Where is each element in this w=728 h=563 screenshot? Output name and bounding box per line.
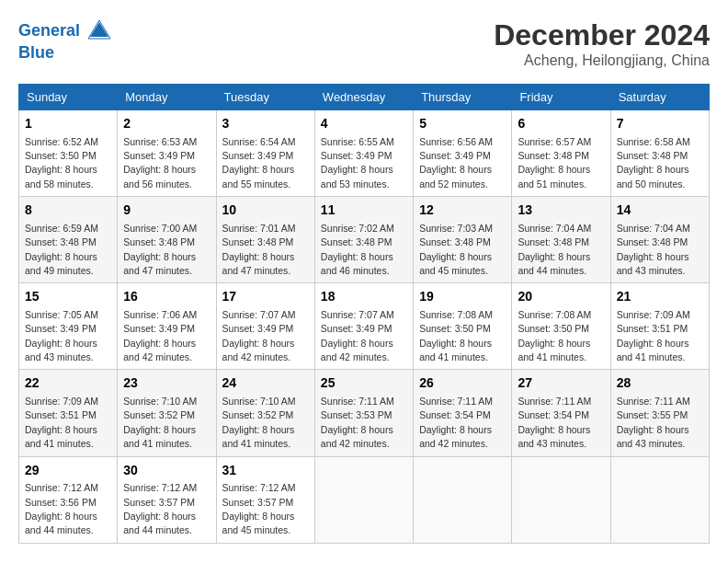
calendar-cell: 9 Sunrise: 7:00 AMSunset: 3:48 PMDayligh…	[118, 197, 216, 283]
logo-text: General Blue	[18, 18, 112, 63]
day-info: Sunrise: 7:10 AMSunset: 3:52 PMDaylight:…	[123, 396, 197, 449]
day-number: 30	[123, 462, 210, 480]
calendar-cell: 14 Sunrise: 7:04 AMSunset: 3:48 PMDaylig…	[610, 197, 709, 283]
day-number: 23	[123, 374, 210, 393]
day-number: 19	[419, 288, 506, 306]
day-info: Sunrise: 7:09 AMSunset: 3:51 PMDaylight:…	[617, 309, 690, 362]
day-info: Sunrise: 6:53 AMSunset: 3:49 PMDaylight:…	[123, 136, 197, 190]
day-number: 21	[617, 288, 703, 306]
calendar-week-row: 8 Sunrise: 6:59 AMSunset: 3:48 PMDayligh…	[19, 197, 710, 283]
calendar-week-row: 1 Sunrise: 6:52 AMSunset: 3:50 PMDayligh…	[19, 110, 710, 197]
day-info: Sunrise: 7:11 AMSunset: 3:54 PMDaylight:…	[518, 396, 591, 449]
day-info: Sunrise: 7:11 AMSunset: 3:54 PMDaylight:…	[419, 396, 493, 449]
day-info: Sunrise: 7:11 AMSunset: 3:55 PMDaylight:…	[617, 396, 690, 449]
day-info: Sunrise: 7:09 AMSunset: 3:51 PMDaylight:…	[25, 396, 98, 449]
calendar-cell	[512, 456, 610, 543]
calendar-cell: 17 Sunrise: 7:07 AMSunset: 3:49 PMDaylig…	[216, 283, 314, 370]
day-info: Sunrise: 6:55 AMSunset: 3:49 PMDaylight:…	[321, 136, 394, 190]
day-number: 13	[518, 201, 604, 220]
day-info: Sunrise: 7:04 AMSunset: 3:48 PMDaylight:…	[617, 223, 690, 276]
page-header: General Blue December 2024 Acheng, Heilo…	[18, 18, 710, 69]
day-number: 3	[222, 115, 309, 133]
calendar-cell: 23 Sunrise: 7:10 AMSunset: 3:52 PMDaylig…	[118, 370, 216, 456]
calendar-cell: 15 Sunrise: 7:05 AMSunset: 3:49 PMDaylig…	[19, 283, 118, 370]
day-info: Sunrise: 7:02 AMSunset: 3:48 PMDaylight:…	[321, 223, 394, 276]
day-number: 29	[25, 462, 111, 480]
calendar-cell: 18 Sunrise: 7:07 AMSunset: 3:49 PMDaylig…	[314, 283, 413, 370]
col-monday: Monday	[118, 85, 216, 110]
day-number: 6	[518, 115, 604, 133]
col-tuesday: Tuesday	[216, 85, 314, 110]
day-number: 26	[419, 374, 506, 393]
day-info: Sunrise: 6:54 AMSunset: 3:49 PMDaylight:…	[222, 136, 296, 190]
day-number: 14	[617, 201, 703, 220]
calendar-cell: 29 Sunrise: 7:12 AMSunset: 3:56 PMDaylig…	[19, 456, 118, 543]
subtitle: Acheng, Heilongjiang, China	[494, 52, 710, 69]
day-info: Sunrise: 6:56 AMSunset: 3:49 PMDaylight:…	[419, 136, 493, 190]
day-number: 12	[419, 201, 506, 220]
calendar-table: Sunday Monday Tuesday Wednesday Thursday…	[18, 84, 710, 544]
logo-icon	[86, 18, 112, 44]
calendar-cell: 11 Sunrise: 7:02 AMSunset: 3:48 PMDaylig…	[314, 197, 413, 283]
day-number: 11	[321, 201, 407, 220]
calendar-week-row: 29 Sunrise: 7:12 AMSunset: 3:56 PMDaylig…	[19, 456, 710, 543]
day-number: 4	[321, 115, 407, 133]
day-info: Sunrise: 7:00 AMSunset: 3:48 PMDaylight:…	[123, 223, 197, 276]
day-number: 16	[123, 288, 210, 306]
day-number: 27	[518, 374, 604, 393]
day-info: Sunrise: 7:12 AMSunset: 3:57 PMDaylight:…	[123, 482, 197, 535]
day-info: Sunrise: 7:12 AMSunset: 3:57 PMDaylight:…	[222, 482, 296, 535]
calendar-cell	[314, 456, 413, 543]
day-info: Sunrise: 7:07 AMSunset: 3:49 PMDaylight:…	[321, 309, 394, 362]
calendar-cell: 2 Sunrise: 6:53 AMSunset: 3:49 PMDayligh…	[118, 110, 216, 197]
calendar-cell: 12 Sunrise: 7:03 AMSunset: 3:48 PMDaylig…	[414, 197, 512, 283]
day-number: 17	[222, 288, 309, 306]
day-info: Sunrise: 7:01 AMSunset: 3:48 PMDaylight:…	[222, 223, 296, 276]
day-number: 18	[321, 288, 407, 306]
calendar-cell: 3 Sunrise: 6:54 AMSunset: 3:49 PMDayligh…	[216, 110, 314, 197]
calendar-cell: 10 Sunrise: 7:01 AMSunset: 3:48 PMDaylig…	[216, 197, 314, 283]
calendar-cell: 28 Sunrise: 7:11 AMSunset: 3:55 PMDaylig…	[610, 370, 709, 456]
day-number: 7	[617, 115, 703, 133]
calendar-cell: 13 Sunrise: 7:04 AMSunset: 3:48 PMDaylig…	[512, 197, 610, 283]
calendar-cell: 16 Sunrise: 7:06 AMSunset: 3:49 PMDaylig…	[118, 283, 216, 370]
day-info: Sunrise: 6:59 AMSunset: 3:48 PMDaylight:…	[25, 223, 98, 276]
col-sunday: Sunday	[19, 85, 118, 110]
day-number: 20	[518, 288, 604, 306]
calendar-cell: 27 Sunrise: 7:11 AMSunset: 3:54 PMDaylig…	[512, 370, 610, 456]
day-number: 8	[25, 201, 111, 220]
calendar-cell: 7 Sunrise: 6:58 AMSunset: 3:48 PMDayligh…	[610, 110, 709, 197]
svg-marker-0	[90, 22, 108, 37]
day-number: 28	[617, 374, 703, 393]
day-info: Sunrise: 7:08 AMSunset: 3:50 PMDaylight:…	[419, 309, 493, 362]
calendar-cell: 4 Sunrise: 6:55 AMSunset: 3:49 PMDayligh…	[314, 110, 413, 197]
day-number: 9	[123, 201, 210, 220]
day-info: Sunrise: 7:10 AMSunset: 3:52 PMDaylight:…	[222, 396, 296, 449]
day-info: Sunrise: 6:57 AMSunset: 3:48 PMDaylight:…	[518, 136, 591, 190]
day-info: Sunrise: 7:03 AMSunset: 3:48 PMDaylight:…	[419, 223, 493, 276]
col-wednesday: Wednesday	[314, 85, 413, 110]
day-number: 15	[25, 288, 111, 306]
calendar-cell: 21 Sunrise: 7:09 AMSunset: 3:51 PMDaylig…	[610, 283, 709, 370]
day-info: Sunrise: 7:05 AMSunset: 3:49 PMDaylight:…	[25, 309, 98, 362]
day-info: Sunrise: 7:04 AMSunset: 3:48 PMDaylight:…	[518, 223, 591, 276]
calendar-cell: 19 Sunrise: 7:08 AMSunset: 3:50 PMDaylig…	[414, 283, 512, 370]
calendar-cell	[610, 456, 709, 543]
calendar-header-row: Sunday Monday Tuesday Wednesday Thursday…	[19, 85, 710, 110]
day-number: 2	[123, 115, 210, 133]
calendar-cell: 31 Sunrise: 7:12 AMSunset: 3:57 PMDaylig…	[216, 456, 314, 543]
calendar-cell: 20 Sunrise: 7:08 AMSunset: 3:50 PMDaylig…	[512, 283, 610, 370]
calendar-cell: 26 Sunrise: 7:11 AMSunset: 3:54 PMDaylig…	[414, 370, 512, 456]
logo: General Blue	[18, 18, 112, 63]
calendar-cell: 22 Sunrise: 7:09 AMSunset: 3:51 PMDaylig…	[19, 370, 118, 456]
day-number: 25	[321, 374, 407, 393]
calendar-week-row: 22 Sunrise: 7:09 AMSunset: 3:51 PMDaylig…	[19, 370, 710, 456]
day-info: Sunrise: 7:11 AMSunset: 3:53 PMDaylight:…	[321, 396, 394, 449]
calendar-cell: 25 Sunrise: 7:11 AMSunset: 3:53 PMDaylig…	[314, 370, 413, 456]
day-info: Sunrise: 7:12 AMSunset: 3:56 PMDaylight:…	[25, 482, 98, 535]
day-number: 22	[25, 374, 111, 393]
day-info: Sunrise: 6:58 AMSunset: 3:48 PMDaylight:…	[617, 136, 690, 190]
calendar-week-row: 15 Sunrise: 7:05 AMSunset: 3:49 PMDaylig…	[19, 283, 710, 370]
day-info: Sunrise: 7:06 AMSunset: 3:49 PMDaylight:…	[123, 309, 197, 362]
day-number: 5	[419, 115, 506, 133]
